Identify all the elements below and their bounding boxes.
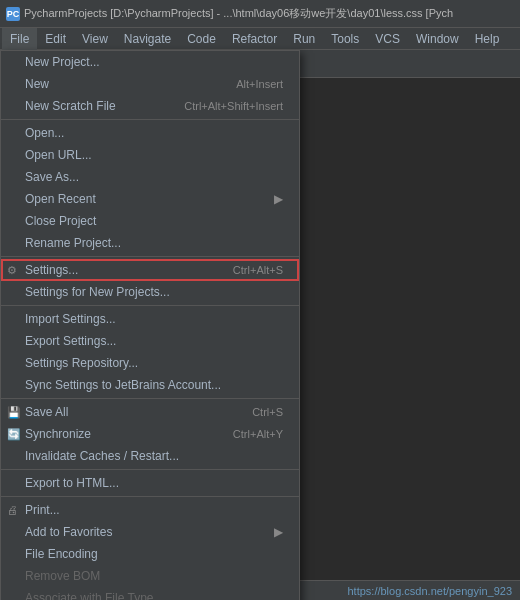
file-dropdown-menu: New Project... New Alt+Insert New Scratc… — [0, 50, 300, 600]
menu-item-open-url[interactable]: Open URL... — [1, 144, 299, 166]
separator-5 — [1, 469, 299, 470]
menu-edit[interactable]: Edit — [37, 28, 74, 50]
open-url-label: Open URL... — [25, 148, 92, 162]
save-all-shortcut: Ctrl+S — [252, 406, 283, 418]
print-label: Print... — [25, 503, 60, 517]
separator-1 — [1, 119, 299, 120]
app-icon: PC — [6, 7, 20, 21]
settings-left-icon: ⚙ — [7, 264, 17, 277]
menu-code[interactable]: Code — [179, 28, 224, 50]
title-bar: PC PycharmProjects [D:\PycharmProjects] … — [0, 0, 520, 28]
export-html-label: Export to HTML... — [25, 476, 119, 490]
menu-item-print[interactable]: 🖨 Print... — [1, 499, 299, 521]
synchronize-shortcut: Ctrl+Alt+Y — [233, 428, 283, 440]
settings-new-projects-label: Settings for New Projects... — [25, 285, 170, 299]
separator-2 — [1, 256, 299, 257]
menu-file[interactable]: File — [2, 28, 37, 50]
separator-6 — [1, 496, 299, 497]
new-project-label: New Project... — [25, 55, 100, 69]
title-text: PycharmProjects [D:\PycharmProjects] - .… — [24, 6, 453, 21]
menu-item-sync-jetbrains[interactable]: Sync Settings to JetBrains Account... — [1, 374, 299, 396]
menu-item-export-settings[interactable]: Export Settings... — [1, 330, 299, 352]
sync-jetbrains-label: Sync Settings to JetBrains Account... — [25, 378, 221, 392]
menu-vcs[interactable]: VCS — [367, 28, 408, 50]
rename-project-label: Rename Project... — [25, 236, 121, 250]
file-encoding-label: File Encoding — [25, 547, 98, 561]
new-shortcut: Alt+Insert — [236, 78, 283, 90]
export-settings-label: Export Settings... — [25, 334, 116, 348]
save-as-label: Save As... — [25, 170, 79, 184]
menu-item-open-recent[interactable]: Open Recent ▶ — [1, 188, 299, 210]
menu-item-import-settings[interactable]: Import Settings... — [1, 308, 299, 330]
menu-refactor[interactable]: Refactor — [224, 28, 285, 50]
separator-4 — [1, 398, 299, 399]
add-favorites-arrow: ▶ — [274, 525, 283, 539]
menu-item-invalidate-caches[interactable]: Invalidate Caches / Restart... — [1, 445, 299, 467]
close-project-label: Close Project — [25, 214, 96, 228]
import-settings-label: Import Settings... — [25, 312, 116, 326]
menu-view[interactable]: View — [74, 28, 116, 50]
open-recent-arrow: ▶ — [274, 192, 283, 206]
remove-bom-label: Remove BOM — [25, 569, 100, 583]
menu-help[interactable]: Help — [467, 28, 508, 50]
save-all-label: Save All — [25, 405, 68, 419]
open-label: Open... — [25, 126, 64, 140]
new-label: New — [25, 77, 49, 91]
settings-label: Settings... — [25, 263, 78, 277]
menu-item-save-all[interactable]: 💾 Save All Ctrl+S — [1, 401, 299, 423]
separator-3 — [1, 305, 299, 306]
invalidate-caches-label: Invalidate Caches / Restart... — [25, 449, 179, 463]
print-left-icon: 🖨 — [7, 504, 18, 516]
status-url: https://blog.csdn.net/pengyin_923 — [347, 585, 512, 597]
menu-bar: File Edit View Navigate Code Refactor Ru… — [0, 28, 520, 50]
menu-tools[interactable]: Tools — [323, 28, 367, 50]
menu-item-new[interactable]: New Alt+Insert — [1, 73, 299, 95]
open-recent-label: Open Recent — [25, 192, 96, 206]
menu-item-rename-project[interactable]: Rename Project... — [1, 232, 299, 254]
menu-item-settings-repo[interactable]: Settings Repository... — [1, 352, 299, 374]
associate-file-label: Associate with File Type... — [25, 591, 164, 600]
add-favorites-label: Add to Favorites — [25, 525, 112, 539]
menu-item-synchronize[interactable]: 🔄 Synchronize Ctrl+Alt+Y — [1, 423, 299, 445]
menu-item-add-favorites[interactable]: Add to Favorites ▶ — [1, 521, 299, 543]
synchronize-label: Synchronize — [25, 427, 91, 441]
menu-item-close-project[interactable]: Close Project — [1, 210, 299, 232]
menu-navigate[interactable]: Navigate — [116, 28, 179, 50]
menu-item-new-project[interactable]: New Project... — [1, 51, 299, 73]
menu-run[interactable]: Run — [285, 28, 323, 50]
new-scratch-label: New Scratch File — [25, 99, 116, 113]
settings-repo-label: Settings Repository... — [25, 356, 138, 370]
new-scratch-shortcut: Ctrl+Alt+Shift+Insert — [184, 100, 283, 112]
menu-item-save-as[interactable]: Save As... — [1, 166, 299, 188]
settings-shortcut: Ctrl+Alt+S — [233, 264, 283, 276]
menu-item-export-html[interactable]: Export to HTML... — [1, 472, 299, 494]
menu-item-file-encoding[interactable]: File Encoding — [1, 543, 299, 565]
menu-item-new-scratch[interactable]: New Scratch File Ctrl+Alt+Shift+Insert — [1, 95, 299, 117]
save-all-left-icon: 💾 — [7, 406, 21, 419]
menu-item-open[interactable]: Open... — [1, 122, 299, 144]
menu-window[interactable]: Window — [408, 28, 467, 50]
menu-item-settings-new-projects[interactable]: Settings for New Projects... — [1, 281, 299, 303]
synchronize-left-icon: 🔄 — [7, 428, 21, 441]
menu-item-settings[interactable]: ⚙ Settings... Ctrl+Alt+S — [1, 259, 299, 281]
menu-item-remove-bom: Remove BOM — [1, 565, 299, 587]
menu-item-associate-file: Associate with File Type... — [1, 587, 299, 600]
